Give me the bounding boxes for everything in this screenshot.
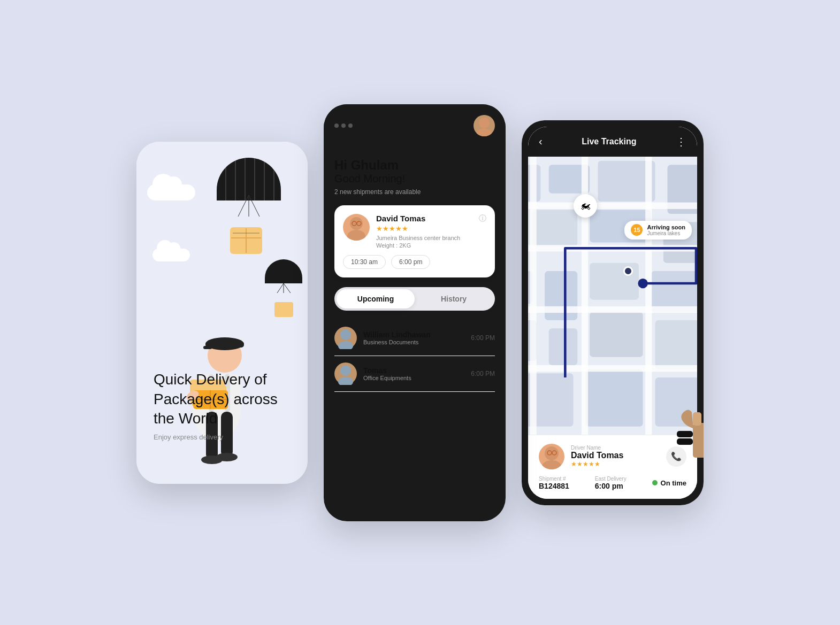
list-item-1: William Lindhawan Business Documents 6:0… — [334, 320, 495, 356]
tab-history[interactable]: History — [415, 289, 493, 308]
card-avatar-icon — [343, 214, 370, 241]
tracking-title: Live Tracking — [582, 137, 636, 146]
status-dots — [334, 124, 353, 128]
svg-point-66 — [638, 278, 647, 288]
svg-rect-62 — [530, 157, 537, 435]
driver-avatar-icon — [539, 444, 564, 469]
svg-point-37 — [338, 377, 353, 385]
dot-2 — [341, 124, 346, 128]
svg-line-2 — [249, 195, 259, 217]
cloud-1 — [147, 184, 195, 200]
svg-rect-72 — [693, 423, 704, 458]
dashboard-inner: Hi Ghulam Good Morning! 2 new shipments … — [324, 104, 506, 405]
splash-title-bold: Quick Delivery of — [154, 371, 267, 388]
tracking-inner: ‹ Live Tracking ⋮ — [528, 127, 697, 499]
delivery-time: 6:00 pm — [595, 482, 627, 490]
menu-button[interactable]: ⋮ — [676, 135, 686, 148]
parachute-box — [230, 227, 262, 254]
driver-label: Driver Name — [571, 445, 660, 451]
shipment-label: Shipment # — [539, 476, 569, 482]
splash-title: Quick Delivery of Package(s) across the … — [154, 370, 291, 428]
status-text: On time — [661, 479, 686, 487]
bike-marker: 🏍 — [574, 194, 597, 218]
tracking-header: ‹ Live Tracking ⋮ — [528, 127, 697, 157]
tab-upcoming[interactable]: Upcoming — [337, 289, 415, 308]
svg-rect-56 — [586, 369, 643, 426]
card-stars: ★★★★★ — [376, 225, 472, 233]
thumb-up-icon — [677, 396, 704, 460]
svg-rect-74 — [677, 431, 693, 437]
dashboard-content: Hi Ghulam Good Morning! 2 new shipments … — [324, 145, 506, 405]
driver-avatar — [539, 444, 564, 469]
destination-marker — [623, 266, 633, 276]
parachute-2-lines-icon — [274, 283, 293, 294]
list-time-1: 6:00 PM — [471, 334, 495, 342]
svg-rect-58 — [528, 202, 697, 209]
marker-number: 15 — [631, 224, 643, 236]
driver-info: Driver Name David Tomas ★★★★★ — [571, 445, 660, 468]
svg-point-36 — [340, 365, 351, 376]
svg-point-34 — [340, 329, 351, 340]
list-time-2: 6:00 PM — [471, 370, 495, 377]
greeting-time: Good Morning! — [334, 173, 495, 185]
shipments-notice: 2 new shipments are available — [334, 188, 495, 196]
time-pill-1: 10:30 am — [343, 255, 386, 269]
driver-row: Driver Name David Tomas ★★★★★ 📞 — [539, 444, 686, 469]
marker-place: Jumeira lakes — [647, 230, 685, 236]
time-pill-2: 6:00 pm — [391, 255, 430, 269]
svg-rect-44 — [532, 210, 577, 246]
marker-status: Arriving soon — [647, 224, 685, 230]
map-svg — [528, 157, 697, 435]
splash-subtitle-text: Package(s) across the World — [154, 391, 278, 427]
user-avatar[interactable] — [474, 115, 495, 136]
svg-rect-61 — [528, 365, 697, 372]
phone-splash: Quick Delivery of Package(s) across the … — [136, 142, 308, 484]
parachute-lines-icon — [233, 195, 265, 227]
greeting-name: Hi Ghulam — [334, 158, 495, 173]
list-avatar-2 — [334, 362, 357, 385]
list-desc-1: Business Documents — [363, 339, 464, 345]
status-badge: On time — [652, 479, 686, 487]
dashboard-header — [324, 104, 506, 145]
status-dot — [652, 480, 658, 485]
svg-rect-13 — [203, 346, 212, 349]
list-name-2: Tomas — [363, 366, 464, 375]
card-driver-name: David Tomas — [376, 214, 472, 223]
shipment-number-block: Shipment # B124881 — [539, 476, 569, 490]
svg-rect-60 — [528, 306, 697, 312]
map-area: 🏍 15 Arriving soon Jumeira lakes — [528, 157, 697, 435]
card-info: David Tomas ★★★★★ Jumeira Business cente… — [376, 214, 472, 249]
list-info-1: William Lindhawan Business Documents — [363, 330, 464, 345]
svg-line-6 — [277, 283, 284, 293]
svg-rect-73 — [693, 412, 701, 426]
svg-point-27 — [479, 118, 490, 128]
driver-stars: ★★★★★ — [571, 460, 660, 468]
list-name-1: William Lindhawan — [363, 330, 464, 339]
delivery-label: East Delivery — [595, 476, 627, 482]
delivery-block: East Delivery 6:00 pm — [595, 476, 627, 490]
avatar-icon — [474, 115, 495, 136]
phone-dashboard: Hi Ghulam Good Morning! 2 new shipments … — [324, 104, 506, 521]
svg-rect-52 — [549, 328, 578, 365]
svg-rect-64 — [645, 157, 652, 435]
arriving-soon-marker: 15 Arriving soon Jumeira lakes — [624, 221, 692, 240]
svg-rect-75 — [677, 438, 693, 445]
marker-info: Arriving soon Jumeira lakes — [647, 224, 685, 236]
card-driver-avatar — [343, 214, 370, 241]
list-avatar-1-icon — [334, 327, 357, 349]
card-weight: Weight : 2KG — [376, 242, 472, 249]
list-avatar-2-icon — [334, 362, 357, 385]
svg-rect-53 — [590, 312, 643, 357]
svg-point-35 — [338, 341, 353, 349]
splash-text-block: Quick Delivery of Package(s) across the … — [154, 370, 291, 457]
svg-line-8 — [284, 283, 291, 293]
list-desc-2: Office Equipments — [363, 375, 464, 381]
phone-live-tracking: ‹ Live Tracking ⋮ — [522, 120, 704, 505]
info-icon[interactable]: ⓘ — [479, 214, 486, 223]
driver-name: David Tomas — [571, 451, 660, 460]
cloud-2 — [152, 249, 190, 261]
tabs-container: Upcoming History — [334, 287, 495, 311]
card-times: 10:30 am 6:00 pm — [343, 255, 486, 269]
list-avatar-1 — [334, 327, 357, 349]
back-button[interactable]: ‹ — [539, 135, 543, 148]
